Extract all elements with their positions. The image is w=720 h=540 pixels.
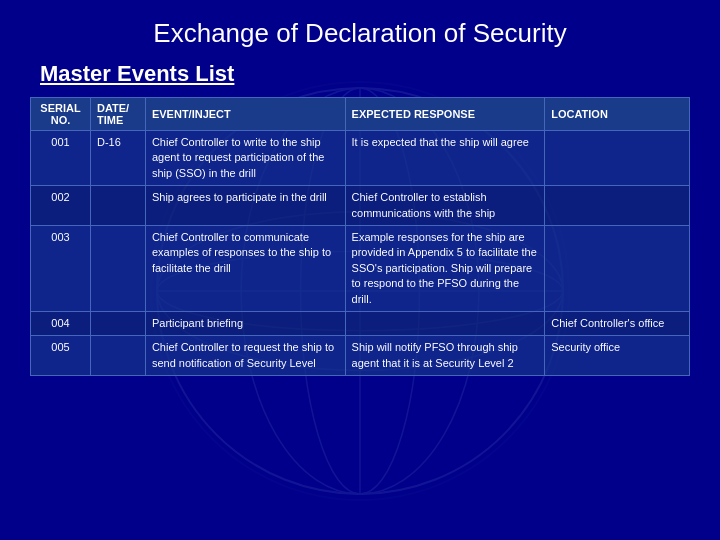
- table-row: 003Chief Controller to communicate examp…: [31, 225, 690, 311]
- cell-event: Chief Controller to communicate examples…: [145, 225, 345, 311]
- cell-event: Participant briefing: [145, 311, 345, 335]
- cell-response: It is expected that the ship will agree: [345, 131, 545, 186]
- cell-serial: 001: [31, 131, 91, 186]
- cell-serial: 005: [31, 336, 91, 376]
- cell-date: D-16: [90, 131, 145, 186]
- cell-location: Security office: [545, 336, 690, 376]
- cell-date: [90, 336, 145, 376]
- section-title: Master Events List: [0, 57, 720, 97]
- header-serial: SERIAL NO.: [31, 98, 91, 131]
- cell-serial: 002: [31, 186, 91, 226]
- cell-response: Ship will notify PFSO through ship agent…: [345, 336, 545, 376]
- events-table: SERIAL NO. DATE/ TIME EVENT/INJECT EXPEC…: [30, 97, 690, 376]
- cell-date: [90, 186, 145, 226]
- cell-date: [90, 225, 145, 311]
- table-row: 004Participant briefingChief Controller'…: [31, 311, 690, 335]
- cell-event: Ship agrees to participate in the drill: [145, 186, 345, 226]
- cell-event: Chief Controller to write to the ship ag…: [145, 131, 345, 186]
- table-row: 002Ship agrees to participate in the dri…: [31, 186, 690, 226]
- cell-response: [345, 311, 545, 335]
- page-title: Exchange of Declaration of Security: [0, 0, 720, 57]
- cell-serial: 004: [31, 311, 91, 335]
- cell-location: Chief Controller's office: [545, 311, 690, 335]
- cell-date: [90, 311, 145, 335]
- events-table-container: SERIAL NO. DATE/ TIME EVENT/INJECT EXPEC…: [30, 97, 690, 376]
- cell-response: Chief Controller to establish communicat…: [345, 186, 545, 226]
- header-location: LOCATION: [545, 98, 690, 131]
- cell-serial: 003: [31, 225, 91, 311]
- header-event: EVENT/INJECT: [145, 98, 345, 131]
- cell-location: [545, 131, 690, 186]
- table-row: 001D-16Chief Controller to write to the …: [31, 131, 690, 186]
- table-row: 005Chief Controller to request the ship …: [31, 336, 690, 376]
- cell-event: Chief Controller to request the ship to …: [145, 336, 345, 376]
- header-response: EXPECTED RESPONSE: [345, 98, 545, 131]
- table-header-row: SERIAL NO. DATE/ TIME EVENT/INJECT EXPEC…: [31, 98, 690, 131]
- cell-response: Example responses for the ship are provi…: [345, 225, 545, 311]
- header-date: DATE/ TIME: [90, 98, 145, 131]
- cell-location: [545, 186, 690, 226]
- cell-location: [545, 225, 690, 311]
